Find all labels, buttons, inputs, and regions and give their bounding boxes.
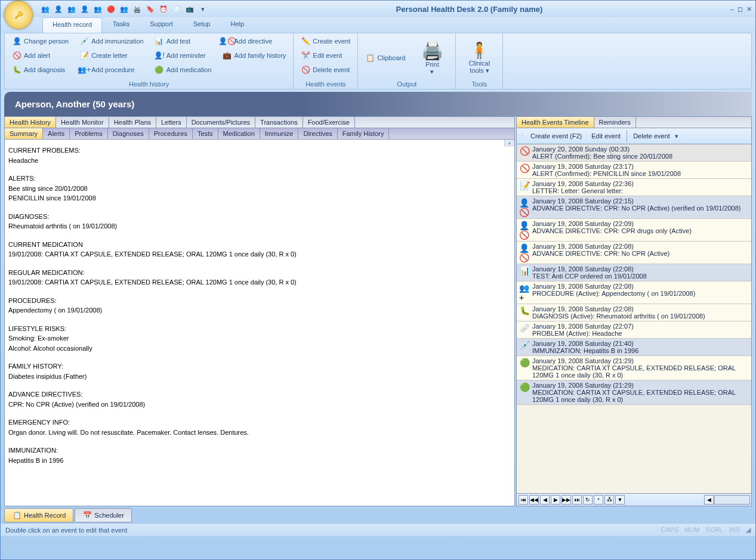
minimize-button[interactable]: –	[730, 5, 734, 13]
main-tab[interactable]: Health History	[5, 117, 56, 128]
close-button[interactable]: ✕	[746, 5, 752, 13]
create-event-button[interactable]: ✏️Create event	[298, 35, 353, 47]
timeline-row[interactable]: 👤🚫January 19, 2008 Saturday (22:09)ADVAN…	[517, 219, 751, 242]
timeline-row[interactable]: 🟢January 19, 2008 Saturday (21:29)MEDICA…	[517, 380, 751, 405]
timeline-row[interactable]: 👤🚫January 19, 2008 Saturday (22:15)ADVAN…	[517, 196, 751, 219]
ribbon-tab-support[interactable]: Support	[140, 17, 183, 33]
reminder-icon: 👤!	[155, 51, 164, 60]
qat-dropdown-icon[interactable]: ▾	[198, 4, 208, 14]
app-menu-button[interactable]: 🔑	[4, 1, 33, 29]
sub-tab[interactable]: Immunize	[260, 128, 299, 139]
maximize-button[interactable]: ◻	[738, 5, 743, 13]
scrollbar[interactable]	[504, 140, 514, 147]
nav-prev-page-button[interactable]: ◀◀	[529, 495, 539, 505]
add-family-history-button[interactable]: 💼Add family history	[220, 49, 289, 61]
nav-last-button[interactable]: ⏭	[572, 495, 582, 505]
qat-icon[interactable]: 👥	[66, 4, 77, 14]
add-medication-button[interactable]: 🟢Add medication	[152, 64, 214, 76]
nav-scroll-left-button[interactable]: ◀	[704, 495, 714, 505]
edit-event-button[interactable]: Edit event	[587, 129, 625, 143]
ribbon-tab-help[interactable]: Help	[221, 17, 254, 33]
nav-refresh-button[interactable]: ↻	[583, 495, 593, 505]
scrollbar-track[interactable]	[714, 495, 750, 505]
timeline-row[interactable]: 🩹January 19, 2008 Saturday (22:07)PROBLE…	[517, 321, 751, 339]
summary-line: CPR: No CPR (Active) (verified on 19/01/…	[8, 400, 511, 410]
nav-bookmark-button[interactable]: *	[594, 495, 603, 505]
main-tab[interactable]: Letters	[156, 117, 187, 128]
toolbar-overflow-icon[interactable]: ▾	[675, 132, 678, 140]
delete-event-button[interactable]: Delete event	[628, 129, 675, 143]
sub-tab[interactable]: Procedures	[149, 128, 193, 139]
timeline-row[interactable]: 📊January 19, 2008 Saturday (22:08)TEST: …	[517, 264, 751, 281]
delete-event-button[interactable]: 🚫Delete event	[298, 64, 353, 76]
main-tab[interactable]: Documents/Pictures	[187, 117, 255, 128]
summary-line: Hepatitis B in 1996	[8, 456, 511, 466]
edit-event-button[interactable]: ✂️Edit event	[298, 49, 353, 61]
add-procedure-button[interactable]: 👥+Add procedure	[77, 64, 146, 76]
qat-icon[interactable]: ✉️	[171, 4, 182, 14]
qat-icon[interactable]: 👤	[53, 4, 64, 14]
ribbon-tab-setup[interactable]: Setup	[184, 17, 220, 33]
add-immunization-button[interactable]: 💉Add immunization	[77, 35, 146, 47]
add-directive-button[interactable]: 👤🚫Add directive	[220, 35, 289, 47]
change-person-button[interactable]: 👤Change person	[10, 35, 71, 47]
qat-icon[interactable]: 🖨️	[132, 4, 143, 14]
sub-tab[interactable]: Summary	[5, 128, 43, 139]
main-tab[interactable]: Health Monitor	[56, 117, 109, 128]
ribbon-group-health-history: 👤Change person 🚫Add alert 🐛Add diagnosis…	[5, 33, 294, 89]
event-type-icon: 👤🚫	[519, 243, 530, 262]
qat-icon[interactable]: 🔴	[106, 4, 116, 14]
add-reminder-button[interactable]: 👤!Add reminder	[152, 49, 214, 61]
nav-filter-button[interactable]: ▼	[615, 495, 625, 505]
summary-line: Organ donor. Living will. Do not resusci…	[8, 428, 511, 438]
qat-icon[interactable]: 📺	[184, 4, 195, 14]
timeline-row[interactable]: 🐛January 19, 2008 Saturday (22:08)DIAGNO…	[517, 304, 751, 321]
chart-icon: 📊	[155, 36, 164, 46]
resize-grip-icon[interactable]: ◢	[746, 526, 751, 534]
timeline-row[interactable]: 🚫January 20, 2008 Sunday (00:33)ALERT (C…	[517, 144, 751, 162]
timeline-row[interactable]: 👥+January 19, 2008 Saturday (22:08)PROCE…	[517, 281, 751, 304]
create-event-button[interactable]: Create event (F2)	[526, 129, 587, 143]
nav-first-button[interactable]: ⏮	[519, 495, 528, 505]
create-letter-button[interactable]: 📝Create letter	[77, 49, 146, 61]
qat-icon[interactable]: 👥	[40, 4, 51, 14]
main-tab[interactable]: Food/Exercise	[303, 117, 355, 128]
summary-line: Headache	[8, 156, 511, 166]
qat-icon[interactable]: 👤	[79, 4, 90, 14]
sub-tab[interactable]: Problems	[70, 128, 107, 139]
nav-bookmark-all-button[interactable]: ⁂	[604, 495, 614, 505]
qat-icon[interactable]: 👥	[92, 4, 103, 14]
qat-icon[interactable]: ⏰	[158, 4, 169, 14]
timeline-row[interactable]: 🚫January 19, 2008 Saturday (23:17)ALERT …	[517, 162, 751, 179]
tab-scheduler[interactable]: 📅Scheduler	[75, 508, 132, 522]
clipboard-button[interactable]: 📋Clipboard	[363, 52, 408, 64]
nav-prev-button[interactable]: ◀	[540, 495, 550, 505]
tab-health-record[interactable]: 📋Health Record	[4, 508, 73, 522]
add-diagnosis-button[interactable]: 🐛Add diagnosis	[10, 64, 71, 76]
summary-line: PENICILLIN since 19/01/2008	[8, 193, 511, 203]
add-alert-button[interactable]: 🚫Add alert	[10, 49, 71, 61]
timeline-row[interactable]: 🟢January 19, 2008 Saturday (21:29)MEDICA…	[517, 356, 751, 380]
timeline-row[interactable]: 👤🚫January 19, 2008 Saturday (22:08)ADVAN…	[517, 242, 751, 264]
timeline-row[interactable]: 💉January 19, 2008 Saturday (21:40)IMMUNI…	[517, 339, 751, 356]
nav-next-button[interactable]: ▶	[551, 495, 560, 505]
right-tab[interactable]: Reminders	[594, 117, 636, 128]
ribbon-tab-health-record[interactable]: Health record	[42, 17, 102, 33]
main-tab[interactable]: Health Plans	[109, 117, 156, 128]
add-test-button[interactable]: 📊Add test	[152, 35, 214, 47]
sub-tab[interactable]: Directives	[298, 128, 337, 139]
print-button[interactable]: 🖨️ Print▾	[414, 35, 450, 80]
clinical-tools-button[interactable]: 🧍 Clinical tools ▾	[461, 35, 498, 80]
qat-icon[interactable]: 🔖	[145, 4, 156, 14]
sub-tab[interactable]: Medication	[218, 128, 260, 139]
sub-tab[interactable]: Alerts	[43, 128, 70, 139]
sub-tab[interactable]: Tests	[193, 128, 218, 139]
nav-next-page-button[interactable]: ▶▶	[561, 495, 571, 505]
sub-tab[interactable]: Family History	[338, 128, 390, 139]
ribbon-tab-tasks[interactable]: Tasks	[103, 17, 139, 33]
main-tab[interactable]: Transactions	[255, 117, 303, 128]
right-tab[interactable]: Health Events Timeline	[517, 117, 594, 128]
timeline-row[interactable]: 📝January 19, 2008 Saturday (22:36)LETTER…	[517, 179, 751, 196]
qat-icon[interactable]: 👥	[119, 4, 129, 14]
sub-tab[interactable]: Diagnoses	[108, 128, 149, 139]
